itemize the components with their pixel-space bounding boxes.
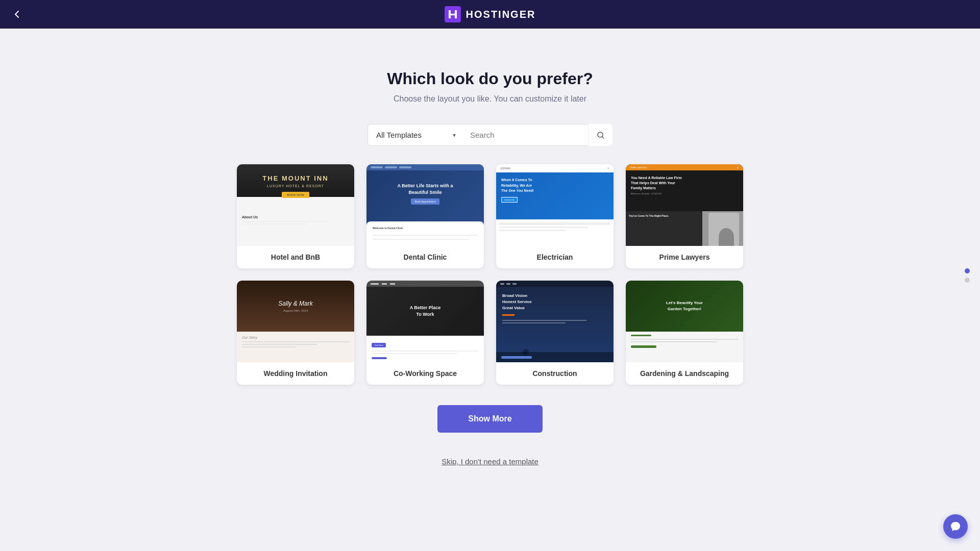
page-title: Which look do you prefer? bbox=[387, 69, 593, 88]
template-filter-dropdown[interactable]: All Templates Business Portfolio Blog St… bbox=[368, 124, 462, 146]
indicator-active[interactable] bbox=[965, 268, 970, 273]
template-label-co-working-space: Co-Working Space bbox=[366, 362, 484, 385]
preview-hotel-bottom: About Us bbox=[237, 211, 354, 246]
template-card-prime-lawyers[interactable]: PRIME LAWYERS ☰ You Need A Reliable Law … bbox=[626, 164, 743, 268]
indicator-inactive[interactable] bbox=[965, 278, 970, 283]
main-content: Which look do you prefer? Choose the lay… bbox=[0, 29, 980, 486]
chat-widget[interactable] bbox=[943, 514, 968, 539]
template-label-electrician: Electrician bbox=[496, 246, 614, 268]
skip-link[interactable]: Skip, I don't need a template bbox=[442, 457, 538, 466]
template-card-dental-clinic[interactable]: A Better Life Starts with aBeautiful Smi… bbox=[366, 164, 484, 268]
logo: HOSTINGER bbox=[445, 6, 536, 22]
template-preview-garden: Let's Beautify YourGarden Together! bbox=[626, 281, 743, 362]
template-preview-hotel: THE MOUNT INN LUXURY HOTEL & RESORT BOOK… bbox=[237, 164, 354, 246]
preview-hotel-sub: LUXURY HOTEL & RESORT bbox=[267, 184, 324, 188]
template-card-construction[interactable]: Broad VisionHonest ServiceGreat Value Co… bbox=[496, 281, 614, 385]
search-button[interactable] bbox=[588, 124, 612, 146]
template-preview-construction: Broad VisionHonest ServiceGreat Value bbox=[496, 281, 614, 362]
template-label-wedding-invitation: Wedding Invitation bbox=[237, 362, 354, 385]
template-label-hotel-bnb: Hotel and BnB bbox=[237, 246, 354, 268]
template-card-wedding-invitation[interactable]: Sally & Mark August 24th, 2024 Our Story… bbox=[237, 281, 354, 385]
show-more-button[interactable]: Show More bbox=[437, 405, 542, 433]
template-label-dental-clinic: Dental Clinic bbox=[366, 246, 484, 268]
template-label-construction: Construction bbox=[496, 362, 614, 385]
template-preview-coworking: A Better PlaceTo Work Join Now bbox=[366, 281, 484, 362]
search-wrapper bbox=[462, 124, 612, 146]
logo-icon bbox=[445, 6, 461, 22]
preview-hotel-title: THE MOUNT INN bbox=[262, 174, 328, 182]
side-indicators bbox=[965, 268, 970, 283]
header: HOSTINGER bbox=[0, 0, 980, 29]
chat-icon bbox=[950, 521, 961, 532]
filter-bar: All Templates Business Portfolio Blog St… bbox=[368, 124, 612, 146]
template-card-gardening-landscaping[interactable]: Let's Beautify YourGarden Together! Gard… bbox=[626, 281, 743, 385]
back-button[interactable] bbox=[12, 9, 22, 19]
template-preview-wedding: Sally & Mark August 24th, 2024 Our Story bbox=[237, 281, 354, 362]
page-subtitle: Choose the layout you like. You can cust… bbox=[394, 94, 586, 104]
template-preview-dental: A Better Life Starts with aBeautiful Smi… bbox=[366, 164, 484, 246]
template-filter-wrapper: All Templates Business Portfolio Blog St… bbox=[368, 124, 462, 146]
template-preview-electrician: QSPARK ☰ When It Comes ToReliability, We… bbox=[496, 164, 614, 246]
template-label-prime-lawyers: Prime Lawyers bbox=[626, 246, 743, 268]
templates-grid: THE MOUNT INN LUXURY HOTEL & RESORT BOOK… bbox=[237, 164, 743, 385]
template-card-co-working-space[interactable]: A Better PlaceTo Work Join Now Co-Workin… bbox=[366, 281, 484, 385]
template-preview-lawyers: PRIME LAWYERS ☰ You Need A Reliable Law … bbox=[626, 164, 743, 246]
template-label-gardening-landscaping: Gardening & Landscaping bbox=[626, 362, 743, 385]
search-icon bbox=[597, 131, 605, 139]
brand-name: HOSTINGER bbox=[466, 9, 536, 20]
preview-hotel-btn: BOOK NOW bbox=[282, 192, 309, 198]
template-card-electrician[interactable]: QSPARK ☰ When It Comes ToReliability, We… bbox=[496, 164, 614, 268]
template-card-hotel-bnb[interactable]: THE MOUNT INN LUXURY HOTEL & RESORT BOOK… bbox=[237, 164, 354, 268]
